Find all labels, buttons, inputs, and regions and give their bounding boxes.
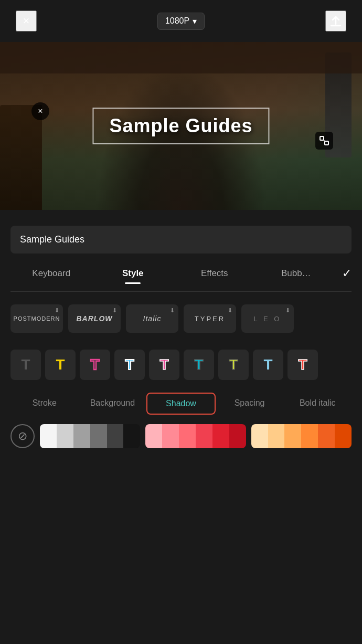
- swatch-lightgray[interactable]: [57, 424, 73, 448]
- style-icon-yellow[interactable]: T: [45, 350, 76, 380]
- download-icon: ⬇: [228, 307, 232, 314]
- swatch-white[interactable]: [40, 424, 57, 448]
- confirm-button[interactable]: ✓: [337, 267, 352, 280]
- swatch-pink-2[interactable]: [162, 424, 179, 448]
- font-label: L E O: [254, 315, 282, 323]
- resize-icon: [319, 135, 329, 146]
- resize-overlay-button[interactable]: [315, 132, 333, 150]
- swatch-orange-4[interactable]: [301, 424, 318, 448]
- font-preset-barlow[interactable]: ⬇ BARLOW: [68, 304, 121, 333]
- style-icon-pink-fill[interactable]: T: [149, 350, 179, 380]
- close-overlay-icon: ×: [38, 107, 42, 116]
- swatch-orange-3[interactable]: [284, 424, 301, 448]
- swatch-pink-3[interactable]: [179, 424, 196, 448]
- resolution-button[interactable]: 1080P ▾: [157, 13, 205, 30]
- svg-line-3: [324, 140, 325, 141]
- svg-rect-1: [320, 136, 324, 140]
- swatch-midgray[interactable]: [73, 424, 90, 448]
- swatch-pink-5[interactable]: [212, 424, 229, 448]
- sub-tab-background[interactable]: Background: [79, 393, 147, 415]
- text-overlay-box[interactable]: Sample Guides: [92, 108, 269, 144]
- swatch-orange-2[interactable]: [268, 424, 285, 448]
- no-color-icon: ⊘: [18, 429, 27, 443]
- swatch-gray[interactable]: [90, 424, 107, 448]
- upload-icon: [328, 14, 343, 28]
- font-preset-italic[interactable]: ⬇ Italic: [126, 304, 178, 333]
- swatch-orange-5[interactable]: [318, 424, 335, 448]
- sub-tab-bold-italic[interactable]: Bold italic: [283, 393, 352, 415]
- style-icon-lime-fill[interactable]: T: [218, 350, 249, 380]
- svg-rect-2: [325, 141, 328, 145]
- style-icon-red-fill[interactable]: T: [288, 350, 318, 380]
- font-label: BARLOW: [77, 314, 113, 323]
- font-preset-typer[interactable]: ⬇ TYPER: [184, 304, 236, 333]
- download-icon: ⬇: [55, 307, 59, 314]
- swatch-orange-6[interactable]: [335, 424, 352, 448]
- swatch-black[interactable]: [123, 424, 140, 448]
- color-swatches-row: ⊘: [0, 424, 362, 448]
- orange-swatches: [251, 424, 352, 448]
- text-input[interactable]: [10, 226, 352, 254]
- swatch-pink-1[interactable]: [145, 424, 162, 448]
- font-label: Italic: [143, 314, 162, 323]
- swatch-pink-6[interactable]: [229, 424, 246, 448]
- font-presets-row: ⬇ POSTMODERN ⬇ BARLOW ⬇ Italic ⬇ TYPER ⬇…: [0, 300, 362, 337]
- style-icon-sky-fill[interactable]: T: [253, 350, 283, 380]
- swatch-darkgray[interactable]: [107, 424, 124, 448]
- sub-tab-spacing[interactable]: Spacing: [216, 393, 284, 415]
- font-preset-postmodern[interactable]: ⬇ POSTMODERN: [10, 304, 63, 333]
- sub-tab-shadow[interactable]: Shadow: [146, 393, 216, 415]
- swatch-pink-4[interactable]: [196, 424, 212, 448]
- close-button[interactable]: ×: [16, 10, 37, 31]
- tab-bubble[interactable]: Bubb…: [255, 264, 337, 283]
- download-icon: ⬇: [112, 307, 117, 314]
- upload-button[interactable]: [325, 10, 346, 31]
- text-overlay-content: Sample Guides: [109, 115, 252, 136]
- resolution-label: 1080P: [165, 16, 189, 26]
- style-icon-blue-fill[interactable]: T: [114, 350, 145, 380]
- tab-style[interactable]: Style: [92, 264, 174, 283]
- style-icon-plain[interactable]: T: [10, 350, 41, 380]
- top-bar: × 1080P ▾: [0, 0, 362, 42]
- style-icon-pink-outline[interactable]: T: [80, 350, 110, 380]
- resolution-arrow-icon: ▾: [193, 16, 197, 26]
- download-icon: ⬇: [285, 307, 290, 314]
- font-preset-leo[interactable]: ⬇ L E O: [241, 304, 294, 333]
- font-label: TYPER: [195, 315, 225, 323]
- swatch-orange-1[interactable]: [251, 424, 268, 448]
- style-icon-cyan-fill[interactable]: T: [184, 350, 214, 380]
- sub-tabs: Stroke Background Shadow Spacing Bold it…: [0, 393, 362, 415]
- gray-swatches: [40, 424, 140, 448]
- style-icons-row: T T T T T T T T T: [0, 345, 362, 384]
- font-label: POSTMODERN: [14, 315, 60, 322]
- sub-tab-stroke[interactable]: Stroke: [10, 393, 79, 415]
- close-overlay-button[interactable]: ×: [31, 102, 49, 120]
- video-preview: × Sample Guides: [0, 42, 362, 210]
- text-input-area: [0, 226, 362, 254]
- no-color-button[interactable]: ⊘: [10, 424, 35, 448]
- tab-divider: [10, 291, 352, 292]
- main-tabs: Keyboard Style Effects Bubb… ✓: [0, 264, 362, 283]
- bottom-pad: [0, 448, 362, 464]
- tab-keyboard[interactable]: Keyboard: [10, 264, 92, 283]
- tab-effects[interactable]: Effects: [174, 264, 255, 283]
- spacer: [0, 210, 362, 226]
- download-icon: ⬇: [170, 307, 175, 314]
- pink-swatches: [145, 424, 246, 448]
